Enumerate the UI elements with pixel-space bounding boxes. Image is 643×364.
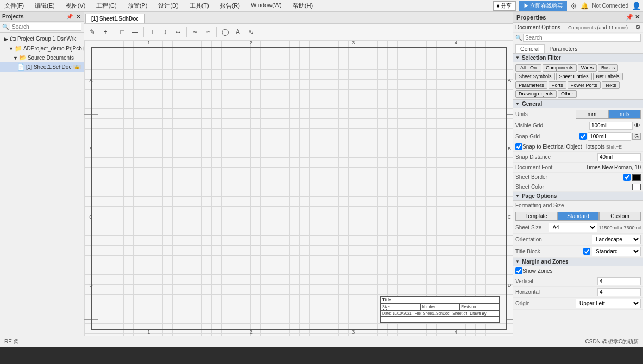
show-zones-checkbox[interactable] <box>515 267 522 274</box>
active-tab[interactable]: [1] Sheet1.SchDoc <box>85 14 145 23</box>
toolbar-add-btn[interactable]: + <box>99 26 111 38</box>
tree-item-sheet[interactable]: 📄 [1] Sheet1.SchDoc 🔒 <box>0 62 84 72</box>
schematic-area: [1] Sheet1.SchDoc ✎ + □ — ⟂ ↕ ↔ ~ ≈ ◯ A … <box>84 12 513 336</box>
selection-filter-header[interactable]: ▼ Selection Filter <box>513 54 643 62</box>
mils-btn[interactable]: mils <box>608 110 641 119</box>
custom-btn[interactable]: Custom <box>599 212 641 221</box>
sheet-size-row: Sheet Size A4 A3 Letter 11500mil x 7600m… <box>513 222 643 234</box>
revision-cell: Revision <box>459 304 499 310</box>
toolbar-junction-btn[interactable]: ↔ <box>172 26 184 38</box>
sheet-color-box[interactable] <box>632 184 641 190</box>
bell-icon[interactable]: 🔔 <box>581 2 589 10</box>
sheet-border-checkbox[interactable] <box>623 174 631 181</box>
snap-electrical-checkbox[interactable] <box>515 143 522 150</box>
filter-btn-other[interactable]: Other <box>558 90 577 98</box>
all-on-btn[interactable]: All - On <box>515 64 541 72</box>
sheet-size-select[interactable]: A4 A3 Letter <box>549 223 597 232</box>
menu-design[interactable]: 设计(D) <box>156 1 180 11</box>
selection-filter-buttons: All - On Components Wires Buses Sheet Sy… <box>513 62 643 100</box>
mm-btn[interactable]: mm <box>576 110 608 119</box>
title-block-checkbox[interactable] <box>583 248 590 255</box>
filter-btn-parameters[interactable]: Parameters <box>515 81 547 89</box>
menu-project[interactable]: 工程(C) <box>94 1 118 11</box>
filter-btn-texts[interactable]: Texts <box>602 81 620 89</box>
title-block-select[interactable]: Standard ANSI <box>592 247 641 256</box>
filter-btn-ports[interactable]: Ports <box>549 81 566 89</box>
tab-general[interactable]: General <box>515 44 545 53</box>
size-label: Size <box>382 305 419 309</box>
menu-help[interactable]: 帮助(H) <box>291 1 315 11</box>
menu-tools[interactable]: 工具(T) <box>187 1 211 11</box>
title-cell: Title <box>381 296 499 304</box>
menu-window[interactable]: Window(W) <box>249 1 284 11</box>
title-block-label: Title Block <box>515 248 540 254</box>
snap-grid-input[interactable] <box>588 132 631 141</box>
sheet-border-color-box[interactable] <box>632 174 641 181</box>
filter-btn-sheet-entries[interactable]: Sheet Entries <box>556 73 592 80</box>
toolbar-sep-2 <box>143 27 144 37</box>
toolbar-wave-btn[interactable]: ∿ <box>245 26 257 38</box>
date-file-cell: Date: 10/10/2021 File: Sheet1.SchDoc She… <box>381 310 499 317</box>
properties-title: Properties <box>516 14 546 21</box>
orientation-select[interactable]: Landscape Portrait <box>592 235 641 244</box>
file-label: File <box>415 311 421 315</box>
page-options-header[interactable]: ▼ Page Options <box>513 192 643 201</box>
filter-btn-drawing-objects[interactable]: Drawing objects <box>515 90 557 98</box>
filter-btn-net-labels[interactable]: Net Labels <box>593 73 623 80</box>
snap-distance-input[interactable] <box>597 153 641 161</box>
visible-grid-input[interactable] <box>589 122 633 130</box>
general-section-header[interactable]: ▼ General <box>513 100 643 108</box>
margin-zones-header[interactable]: ▼ Margin and Zones <box>513 258 643 266</box>
toolbar-net-label-btn[interactable]: ~ <box>189 26 201 38</box>
filter-btn-power-ports[interactable]: Power Ports <box>568 81 601 89</box>
share-button[interactable]: ♦ 分享 <box>493 1 516 11</box>
toolbar-rect-btn[interactable]: □ <box>116 26 128 38</box>
snap-grid-checkbox[interactable] <box>579 133 587 140</box>
props-close-icon[interactable]: ✕ <box>635 14 640 21</box>
orientation-label: Orientation <box>515 237 542 242</box>
units-label: Units <box>515 111 528 117</box>
toolbar-circle-btn[interactable]: ◯ <box>219 26 231 38</box>
schematic-canvas[interactable]: 1 2 3 4 A B C D A B C D <box>84 40 513 336</box>
tree-item-source-docs[interactable]: ▼ 📂 Source Documents <box>0 53 84 62</box>
user-icon[interactable]: 👤 <box>632 2 641 10</box>
close-panel-icon[interactable]: ✕ <box>75 13 81 20</box>
visible-grid-eye-icon[interactable]: 👁 <box>634 122 641 130</box>
not-connected-label: Not Connected <box>592 3 628 9</box>
project-icon: 📁 <box>15 45 22 52</box>
settings-icon[interactable]: ⚙ <box>570 2 577 10</box>
search-icon: 🔍 <box>2 24 9 30</box>
toolbar-cursor-btn[interactable]: ✎ <box>86 26 98 38</box>
vertical-input[interactable] <box>597 277 641 285</box>
tree-item-project[interactable]: ▼ 📁 ADProject_demo.PrjPcb * <box>0 44 84 53</box>
toolbar-text-btn[interactable]: A <box>232 26 244 38</box>
menu-place[interactable]: 放置(P) <box>125 1 150 11</box>
menu-view[interactable]: 视图(V) <box>64 1 88 11</box>
props-search-input[interactable] <box>523 34 641 42</box>
template-btn[interactable]: Template <box>515 212 557 221</box>
tree-expand-icon: ▼ <box>9 46 14 52</box>
toolbar-bus-btn[interactable]: ↕ <box>159 26 171 38</box>
menu-reports[interactable]: 报告(R) <box>218 1 242 11</box>
origin-select[interactable]: Upper Left Lower Left <box>576 299 641 308</box>
toolbar-power-btn[interactable]: ≈ <box>202 26 214 38</box>
filter-btn-sheet-symbols[interactable]: Sheet Symbols <box>515 73 555 80</box>
buy-online-button[interactable]: ▶ 立即在线购买 <box>519 1 568 11</box>
tab-parameters[interactable]: Parameters <box>545 44 583 53</box>
props-search-bar: 🔍 <box>513 33 643 43</box>
standard-btn[interactable]: Standard <box>557 212 599 221</box>
menu-file[interactable]: 文件(F) <box>2 1 26 11</box>
filter-btn-wires[interactable]: Wires <box>578 64 597 72</box>
toolbar-wire-btn[interactable]: ⟂ <box>146 26 158 38</box>
filter-icon[interactable]: ⚙ <box>635 24 641 31</box>
projects-search-input[interactable] <box>10 23 81 31</box>
filter-btn-buses[interactable]: Buses <box>598 64 618 72</box>
toolbar-line-btn[interactable]: — <box>129 26 141 38</box>
tree-item-group[interactable]: ▶ 🗂 Project Group 1.DsnWrk <box>0 34 84 44</box>
menu-edit[interactable]: 编辑(E) <box>33 1 57 11</box>
pin-icon[interactable]: 📌 <box>65 13 74 20</box>
filter-btn-components[interactable]: Components <box>543 64 577 72</box>
props-pin-icon[interactable]: 📌 <box>626 14 633 21</box>
horizontal-input[interactable] <box>597 288 641 296</box>
section-arrow-icon: ▼ <box>515 55 520 60</box>
